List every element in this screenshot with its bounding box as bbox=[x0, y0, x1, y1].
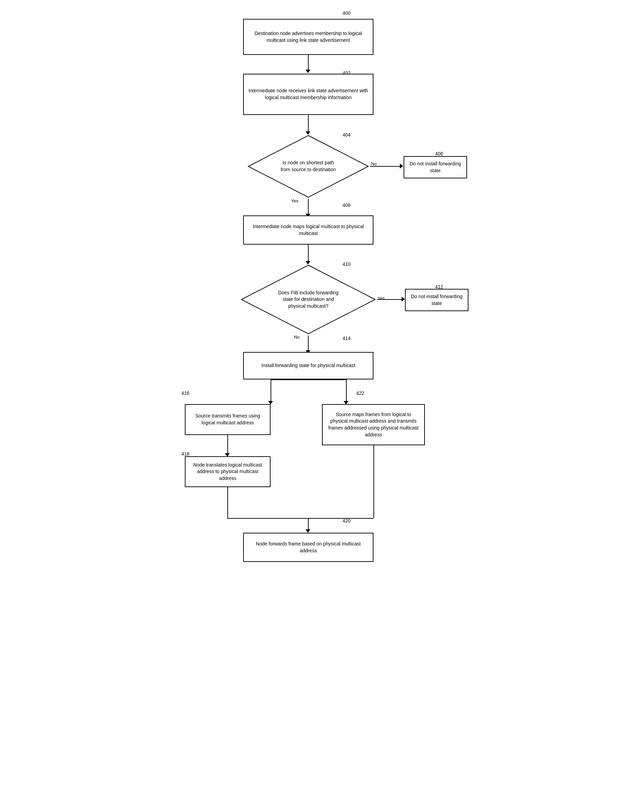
node-406: Do not install forwarding state bbox=[403, 156, 467, 179]
arrowhead-410-412 bbox=[402, 297, 405, 302]
arrowhead-to-420 bbox=[306, 529, 311, 533]
arrow-414-422-v bbox=[346, 379, 347, 402]
ref-408: 408 bbox=[343, 202, 350, 208]
ref-420: 420 bbox=[343, 518, 350, 524]
ref-406: 406 bbox=[435, 151, 443, 156]
arrowhead-404-406 bbox=[400, 163, 403, 168]
arrow-402-404 bbox=[308, 115, 309, 132]
arrow-422-420-v bbox=[373, 445, 374, 518]
arrow-420-h bbox=[227, 518, 373, 519]
arrowhead-400-402 bbox=[306, 70, 311, 73]
arrow-414-split-h bbox=[271, 379, 347, 380]
node-416: Source transmits frames using logical mu… bbox=[185, 404, 271, 435]
node-408: Intermediate node maps logical multicast… bbox=[243, 215, 373, 244]
arrow-408-410 bbox=[308, 244, 309, 262]
flowchart-diagram: 400 Destination node advertises membersh… bbox=[175, 7, 469, 796]
arrow-to-420 bbox=[308, 518, 309, 530]
arrow-404-408 bbox=[308, 199, 309, 214]
arrow-416-418 bbox=[227, 435, 228, 454]
node-412: Do not install forwarding state bbox=[405, 289, 469, 311]
ref-418: 418 bbox=[181, 451, 189, 456]
arrow-414-416-v bbox=[271, 379, 271, 402]
node-418: Node translates logical multicast addres… bbox=[185, 456, 271, 487]
node-420: Node forwards frame based on physical mu… bbox=[243, 533, 373, 562]
diamond-404: Is node on shortest path from source to … bbox=[247, 134, 370, 199]
node-422: Source maps frames from logical to physi… bbox=[322, 404, 425, 445]
node-414: Install forwarding state for physical mu… bbox=[243, 352, 373, 379]
ref-400: 400 bbox=[343, 10, 350, 16]
arrow-410-412-h bbox=[377, 299, 403, 300]
arrow-404-406-h bbox=[370, 166, 401, 167]
label-no-410: No bbox=[294, 334, 300, 340]
label-yes-404: Yes bbox=[291, 198, 298, 203]
ref-416: 416 bbox=[181, 391, 189, 396]
label-no-404: No bbox=[371, 161, 377, 166]
node-400: Destination node advertises membership t… bbox=[243, 19, 373, 55]
ref-422: 422 bbox=[356, 391, 364, 396]
ref-414: 414 bbox=[343, 336, 350, 341]
arrow-410-414 bbox=[308, 336, 309, 351]
arrow-418-420-v bbox=[227, 487, 228, 518]
label-yes-410: Yes bbox=[378, 296, 385, 301]
diamond-410: Does FIB include forwarding state for de… bbox=[240, 264, 377, 336]
node-402: Intermediate node receives link state ad… bbox=[243, 74, 373, 115]
arrow-400-402 bbox=[308, 55, 309, 70]
